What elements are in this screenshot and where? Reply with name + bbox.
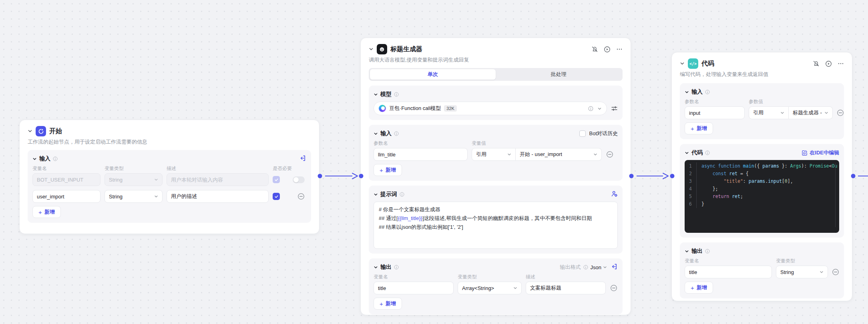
disable-test-run-icon[interactable] bbox=[813, 60, 820, 67]
info-icon bbox=[705, 90, 710, 94]
chevron-down-icon bbox=[593, 152, 597, 156]
chevron-down-icon[interactable] bbox=[369, 47, 374, 52]
context-size-badge: 32K bbox=[444, 105, 457, 112]
info-icon bbox=[394, 265, 399, 270]
code-editor[interactable]: 1async function main({ params }: Args): … bbox=[685, 160, 839, 233]
chevron-down-icon[interactable] bbox=[685, 249, 689, 254]
value-kind-select[interactable]: 引用 bbox=[749, 106, 789, 119]
chevron-down-icon[interactable] bbox=[374, 192, 378, 197]
value-reference-select[interactable]: 开始 - user_import bbox=[516, 148, 602, 161]
section-title: 模型 bbox=[380, 91, 392, 98]
chevron-down-icon[interactable] bbox=[685, 151, 689, 155]
collapse-variables-icon[interactable] bbox=[611, 263, 618, 272]
variable-type-select[interactable]: String bbox=[776, 266, 828, 278]
parameter-row: 引用 标题生成器 - bbox=[685, 106, 839, 119]
chevron-down-icon[interactable] bbox=[685, 90, 689, 94]
variable-name-input[interactable] bbox=[32, 173, 100, 186]
value-kind-select[interactable]: 引用 bbox=[472, 148, 516, 161]
edge-code-out[interactable] bbox=[851, 174, 868, 178]
run-node-icon[interactable] bbox=[825, 60, 832, 67]
add-variable-button[interactable]: + 新增 bbox=[374, 298, 402, 310]
add-parameter-button[interactable]: + 新增 bbox=[374, 164, 402, 176]
info-icon bbox=[394, 92, 399, 97]
remove-row-button[interactable] bbox=[606, 151, 614, 158]
variable-desc-input[interactable] bbox=[167, 173, 269, 186]
llm-input-card: 输入 Bot对话历史 参数名 变量值 引用 bbox=[369, 125, 623, 181]
chevron-down-icon[interactable] bbox=[680, 61, 685, 66]
value-reference-select[interactable]: 标题生成器 - bbox=[789, 106, 833, 119]
workflow-canvas[interactable]: 开始 工作流的起始节点，用于设定启动工作流需要的信息 输入 变量名 bbox=[0, 0, 868, 324]
code-line: 6} bbox=[685, 200, 839, 208]
chevron-down-icon[interactable] bbox=[32, 157, 37, 161]
code-node-icon: </> bbox=[688, 58, 698, 69]
add-variable-button[interactable]: + 新增 bbox=[32, 206, 61, 218]
column-label: 变量值 bbox=[472, 140, 602, 146]
start-node-header: 开始 bbox=[28, 126, 311, 136]
column-label: 参数名 bbox=[374, 140, 468, 146]
run-node-icon[interactable] bbox=[604, 46, 611, 53]
column-label: 参数名 bbox=[685, 98, 745, 105]
editor-scrollbar[interactable] bbox=[835, 163, 836, 227]
model-select[interactable]: 豆包·Function call模型 32K bbox=[374, 102, 607, 115]
llm-node-header: 标题生成器 bbox=[369, 44, 623, 54]
edge-start-to-llm[interactable] bbox=[318, 173, 364, 179]
prompt-optimize-icon[interactable] bbox=[611, 190, 618, 199]
variable-name-input[interactable] bbox=[685, 266, 772, 278]
disable-test-run-icon[interactable] bbox=[591, 46, 598, 53]
chevron-down-icon[interactable] bbox=[28, 129, 32, 134]
variable-type-select[interactable]: String bbox=[104, 190, 163, 203]
node-llm[interactable]: 标题生成器 调用大语言模型,使用变量和提示词生成回复 单次 批处理 bbox=[360, 38, 631, 315]
column-label: 描述 bbox=[167, 165, 269, 172]
code-line: 3 "title": params.input[0], bbox=[685, 178, 839, 185]
parameter-name-input[interactable] bbox=[374, 148, 468, 161]
section-title: 代码 bbox=[691, 149, 703, 156]
variable-desc-input[interactable] bbox=[167, 190, 269, 203]
toggle-knob bbox=[293, 177, 299, 182]
node-description: 工作流的起始节点，用于设定启动工作流需要的信息 bbox=[28, 138, 311, 146]
add-variable-button[interactable]: + 新增 bbox=[685, 282, 713, 294]
chevron-down-icon[interactable] bbox=[374, 132, 378, 136]
bot-history-checkbox[interactable] bbox=[579, 130, 586, 137]
edge-llm-to-code[interactable] bbox=[629, 173, 675, 179]
tab-single[interactable]: 单次 bbox=[370, 69, 496, 80]
edit-in-ide-button[interactable]: 在IDE中编辑 bbox=[802, 149, 839, 156]
code-node-header: </> 代码 bbox=[680, 58, 844, 69]
start-input-card: 输入 变量名 变量类型 描述 是否必要 String bbox=[28, 150, 311, 223]
add-parameter-button[interactable]: + 新增 bbox=[685, 122, 713, 134]
node-code[interactable]: </> 代码 编写代码，处理输入变量来生成返回值 输入 bbox=[671, 52, 852, 301]
more-options-icon[interactable] bbox=[838, 60, 844, 67]
prompt-editor[interactable]: # 你是一个文案标题生成器## 通过[{{llm_title}}]这段描述,帮我… bbox=[374, 202, 618, 249]
remove-row-button[interactable] bbox=[837, 109, 844, 116]
more-options-icon[interactable] bbox=[616, 46, 623, 52]
remove-row-button[interactable] bbox=[832, 268, 839, 276]
chevron-down-icon[interactable] bbox=[374, 92, 378, 97]
chevron-down-icon bbox=[603, 265, 607, 269]
collapse-variables-icon[interactable] bbox=[299, 155, 306, 163]
variable-desc-input[interactable] bbox=[526, 282, 606, 294]
node-title: 开始 bbox=[49, 127, 62, 136]
variable-name-input[interactable] bbox=[374, 282, 454, 294]
variable-type-select[interactable]: String bbox=[104, 173, 163, 186]
column-label: 是否必要 bbox=[273, 165, 306, 172]
variable-type-select[interactable]: Array<String> bbox=[458, 282, 522, 294]
code-input-card: 输入 参数名 参数值 引用 标题生成器 - bbox=[680, 83, 844, 139]
remove-row-button[interactable] bbox=[610, 284, 618, 292]
required-checkbox[interactable] bbox=[273, 176, 280, 183]
output-format-select[interactable]: Json bbox=[591, 264, 607, 270]
column-label: 变量名 bbox=[685, 258, 772, 264]
variable-name-input[interactable] bbox=[32, 190, 100, 203]
parameter-name-input[interactable] bbox=[685, 106, 745, 119]
info-icon bbox=[400, 192, 404, 197]
chevron-down-icon[interactable] bbox=[374, 265, 378, 270]
required-checkbox[interactable] bbox=[273, 193, 280, 200]
plus-icon: + bbox=[380, 167, 383, 173]
plus-icon: + bbox=[380, 301, 383, 307]
section-title: 输出 bbox=[691, 248, 703, 255]
variable-row: String bbox=[685, 266, 839, 278]
start-node-icon bbox=[36, 126, 46, 136]
tab-batch[interactable]: 批处理 bbox=[496, 69, 621, 80]
remove-row-button[interactable] bbox=[297, 193, 305, 200]
model-settings-icon[interactable] bbox=[611, 105, 618, 112]
node-start[interactable]: 开始 工作流的起始节点，用于设定启动工作流需要的信息 输入 变量名 bbox=[19, 120, 319, 234]
visibility-toggle[interactable] bbox=[293, 176, 305, 183]
